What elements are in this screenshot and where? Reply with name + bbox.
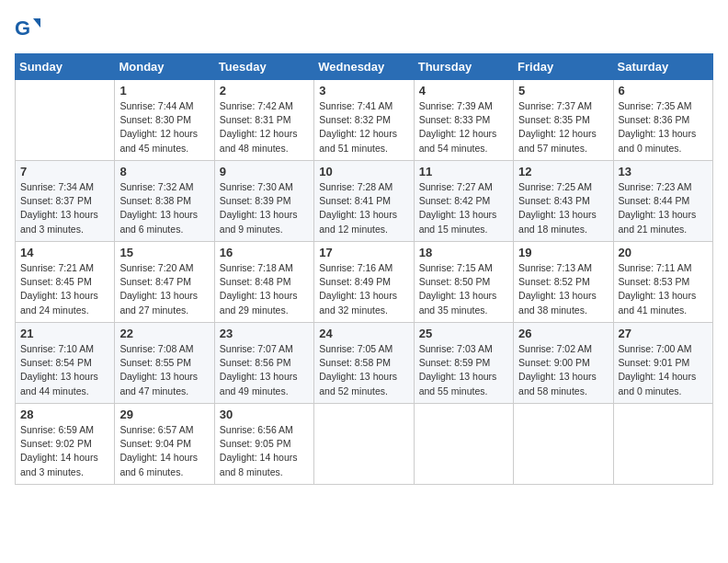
- calendar-day-cell: 15Sunrise: 7:20 AMSunset: 8:47 PMDayligh…: [115, 242, 214, 323]
- calendar-day-cell: [16, 80, 115, 161]
- calendar-day-cell: 2Sunrise: 7:42 AMSunset: 8:31 PMDaylight…: [214, 80, 313, 161]
- calendar-day-cell: 12Sunrise: 7:25 AMSunset: 8:43 PMDayligh…: [514, 161, 613, 242]
- day-number: 24: [319, 327, 408, 340]
- calendar-day-cell: [613, 404, 712, 485]
- calendar-day-cell: 11Sunrise: 7:27 AMSunset: 8:42 PMDayligh…: [414, 161, 513, 242]
- calendar-day-cell: 9Sunrise: 7:30 AMSunset: 8:39 PMDaylight…: [214, 161, 313, 242]
- calendar-day-cell: 5Sunrise: 7:37 AMSunset: 8:35 PMDaylight…: [514, 80, 613, 161]
- day-info: Sunrise: 6:56 AMSunset: 9:05 PMDaylight:…: [220, 423, 309, 479]
- day-info: Sunrise: 7:32 AMSunset: 8:38 PMDaylight:…: [119, 180, 209, 236]
- calendar-day-cell: 18Sunrise: 7:15 AMSunset: 8:50 PMDayligh…: [414, 242, 513, 323]
- calendar-day-cell: 20Sunrise: 7:11 AMSunset: 8:53 PMDayligh…: [613, 242, 712, 323]
- day-info: Sunrise: 7:42 AMSunset: 8:31 PMDaylight:…: [220, 99, 309, 155]
- day-number: 8: [119, 165, 209, 178]
- logo-icon: G: [15, 15, 40, 40]
- calendar-day-cell: 16Sunrise: 7:18 AMSunset: 8:48 PMDayligh…: [214, 242, 313, 323]
- day-number: 15: [119, 246, 209, 259]
- calendar-body: 1Sunrise: 7:44 AMSunset: 8:30 PMDaylight…: [16, 80, 713, 485]
- day-info: Sunrise: 7:08 AMSunset: 8:55 PMDaylight:…: [119, 342, 209, 398]
- calendar-day-cell: 1Sunrise: 7:44 AMSunset: 8:30 PMDaylight…: [115, 80, 214, 161]
- day-info: Sunrise: 7:25 AMSunset: 8:43 PMDaylight:…: [518, 180, 608, 236]
- svg-text:G: G: [15, 17, 30, 40]
- weekday-header-cell: Wednesday: [314, 54, 414, 80]
- day-number: 21: [20, 327, 109, 340]
- day-number: 27: [619, 327, 708, 340]
- day-number: 7: [20, 165, 109, 178]
- calendar-day-cell: 24Sunrise: 7:05 AMSunset: 8:58 PMDayligh…: [314, 323, 414, 404]
- day-info: Sunrise: 7:39 AMSunset: 8:33 PMDaylight:…: [419, 99, 508, 155]
- day-number: 28: [20, 408, 109, 421]
- day-number: 17: [319, 246, 408, 259]
- calendar-week-row: 1Sunrise: 7:44 AMSunset: 8:30 PMDaylight…: [16, 80, 713, 161]
- calendar-day-cell: 22Sunrise: 7:08 AMSunset: 8:55 PMDayligh…: [115, 323, 214, 404]
- day-info: Sunrise: 7:13 AMSunset: 8:52 PMDaylight:…: [518, 261, 608, 317]
- calendar-day-cell: 14Sunrise: 7:21 AMSunset: 8:45 PMDayligh…: [16, 242, 115, 323]
- calendar-day-cell: 17Sunrise: 7:16 AMSunset: 8:49 PMDayligh…: [314, 242, 414, 323]
- calendar-day-cell: 21Sunrise: 7:10 AMSunset: 8:54 PMDayligh…: [16, 323, 115, 404]
- day-number: 11: [419, 165, 508, 178]
- day-number: 16: [220, 246, 309, 259]
- day-info: Sunrise: 7:27 AMSunset: 8:42 PMDaylight:…: [419, 180, 508, 236]
- calendar-week-row: 7Sunrise: 7:34 AMSunset: 8:37 PMDaylight…: [16, 161, 713, 242]
- day-number: 23: [220, 327, 309, 340]
- weekday-header-cell: Sunday: [16, 54, 115, 80]
- weekday-header-cell: Thursday: [414, 54, 513, 80]
- calendar-day-cell: 26Sunrise: 7:02 AMSunset: 9:00 PMDayligh…: [514, 323, 613, 404]
- weekday-header-cell: Friday: [514, 54, 613, 80]
- day-number: 25: [419, 327, 508, 340]
- day-info: Sunrise: 7:10 AMSunset: 8:54 PMDaylight:…: [20, 342, 109, 398]
- day-info: Sunrise: 7:37 AMSunset: 8:35 PMDaylight:…: [518, 99, 608, 155]
- day-number: 5: [518, 84, 608, 98]
- page-header: G: [15, 15, 713, 40]
- weekday-header-cell: Monday: [115, 54, 214, 80]
- day-number: 19: [518, 246, 608, 259]
- day-info: Sunrise: 7:30 AMSunset: 8:39 PMDaylight:…: [220, 180, 309, 236]
- day-info: Sunrise: 6:57 AMSunset: 9:04 PMDaylight:…: [119, 423, 209, 479]
- calendar-week-row: 28Sunrise: 6:59 AMSunset: 9:02 PMDayligh…: [16, 404, 713, 485]
- weekday-header-row: SundayMondayTuesdayWednesdayThursdayFrid…: [16, 54, 713, 80]
- calendar-day-cell: 28Sunrise: 6:59 AMSunset: 9:02 PMDayligh…: [16, 404, 115, 485]
- day-number: 30: [220, 408, 309, 421]
- day-info: Sunrise: 7:18 AMSunset: 8:48 PMDaylight:…: [220, 261, 309, 317]
- logo: G: [15, 15, 42, 40]
- calendar-day-cell: [314, 404, 414, 485]
- calendar-day-cell: 6Sunrise: 7:35 AMSunset: 8:36 PMDaylight…: [613, 80, 712, 161]
- day-info: Sunrise: 7:44 AMSunset: 8:30 PMDaylight:…: [119, 99, 209, 155]
- day-number: 10: [319, 165, 408, 178]
- weekday-header-cell: Saturday: [613, 54, 712, 80]
- calendar-day-cell: [414, 404, 513, 485]
- day-info: Sunrise: 7:16 AMSunset: 8:49 PMDaylight:…: [319, 261, 408, 317]
- day-info: Sunrise: 7:15 AMSunset: 8:50 PMDaylight:…: [419, 261, 508, 317]
- day-number: 29: [119, 408, 209, 421]
- day-info: Sunrise: 7:20 AMSunset: 8:47 PMDaylight:…: [119, 261, 209, 317]
- day-info: Sunrise: 7:35 AMSunset: 8:36 PMDaylight:…: [619, 99, 708, 155]
- calendar-day-cell: 29Sunrise: 6:57 AMSunset: 9:04 PMDayligh…: [115, 404, 214, 485]
- calendar-day-cell: [514, 404, 613, 485]
- calendar-day-cell: 19Sunrise: 7:13 AMSunset: 8:52 PMDayligh…: [514, 242, 613, 323]
- day-info: Sunrise: 7:05 AMSunset: 8:58 PMDaylight:…: [319, 342, 408, 398]
- day-number: 18: [419, 246, 508, 259]
- day-info: Sunrise: 7:07 AMSunset: 8:56 PMDaylight:…: [220, 342, 309, 398]
- calendar-day-cell: 8Sunrise: 7:32 AMSunset: 8:38 PMDaylight…: [115, 161, 214, 242]
- calendar-day-cell: 27Sunrise: 7:00 AMSunset: 9:01 PMDayligh…: [613, 323, 712, 404]
- day-info: Sunrise: 7:11 AMSunset: 8:53 PMDaylight:…: [619, 261, 708, 317]
- calendar-day-cell: 23Sunrise: 7:07 AMSunset: 8:56 PMDayligh…: [214, 323, 313, 404]
- calendar-day-cell: 10Sunrise: 7:28 AMSunset: 8:41 PMDayligh…: [314, 161, 414, 242]
- day-number: 6: [619, 84, 708, 98]
- day-info: Sunrise: 7:41 AMSunset: 8:32 PMDaylight:…: [319, 99, 408, 155]
- day-number: 1: [119, 84, 209, 98]
- day-number: 14: [20, 246, 109, 259]
- calendar-table: SundayMondayTuesdayWednesdayThursdayFrid…: [15, 53, 713, 485]
- day-info: Sunrise: 7:03 AMSunset: 8:59 PMDaylight:…: [419, 342, 508, 398]
- day-number: 2: [220, 84, 309, 98]
- calendar-week-row: 14Sunrise: 7:21 AMSunset: 8:45 PMDayligh…: [16, 242, 713, 323]
- day-number: 3: [319, 84, 408, 98]
- svg-marker-1: [33, 18, 40, 28]
- day-number: 22: [119, 327, 209, 340]
- calendar-day-cell: 7Sunrise: 7:34 AMSunset: 8:37 PMDaylight…: [16, 161, 115, 242]
- day-info: Sunrise: 7:02 AMSunset: 9:00 PMDaylight:…: [518, 342, 608, 398]
- day-number: 12: [518, 165, 608, 178]
- day-info: Sunrise: 7:23 AMSunset: 8:44 PMDaylight:…: [619, 180, 708, 236]
- day-info: Sunrise: 7:00 AMSunset: 9:01 PMDaylight:…: [619, 342, 708, 398]
- day-number: 26: [518, 327, 608, 340]
